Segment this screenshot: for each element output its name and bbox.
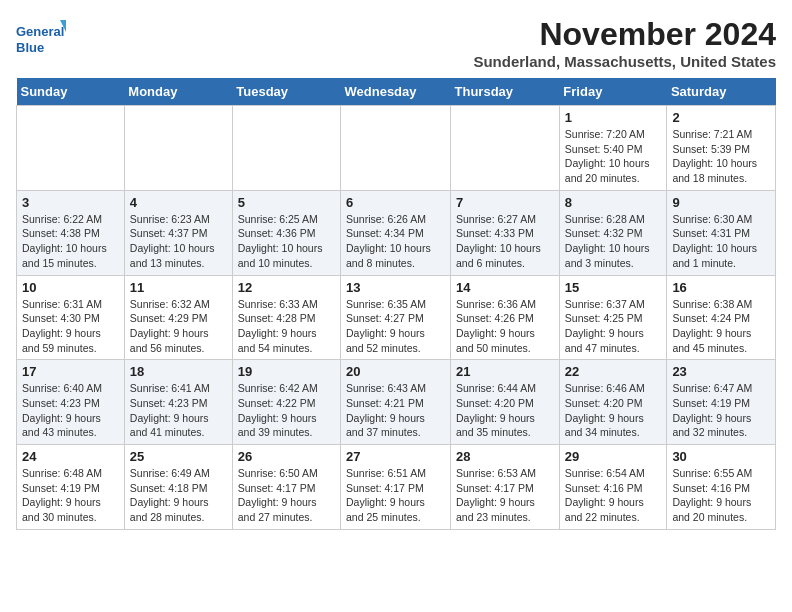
calendar-cell [17, 106, 125, 191]
day-number: 12 [238, 280, 335, 295]
day-info: Sunrise: 6:36 AM Sunset: 4:26 PM Dayligh… [456, 297, 554, 356]
title-area: November 2024 Sunderland, Massachusetts,… [473, 16, 776, 70]
calendar-cell: 23Sunrise: 6:47 AM Sunset: 4:19 PM Dayli… [667, 360, 776, 445]
day-info: Sunrise: 6:32 AM Sunset: 4:29 PM Dayligh… [130, 297, 227, 356]
day-number: 1 [565, 110, 662, 125]
calendar-cell [341, 106, 451, 191]
day-number: 8 [565, 195, 662, 210]
weekday-header-wednesday: Wednesday [341, 78, 451, 106]
day-info: Sunrise: 6:37 AM Sunset: 4:25 PM Dayligh… [565, 297, 662, 356]
calendar-week-1: 1Sunrise: 7:20 AM Sunset: 5:40 PM Daylig… [17, 106, 776, 191]
weekday-header-thursday: Thursday [451, 78, 560, 106]
day-info: Sunrise: 6:23 AM Sunset: 4:37 PM Dayligh… [130, 212, 227, 271]
calendar-cell: 6Sunrise: 6:26 AM Sunset: 4:34 PM Daylig… [341, 190, 451, 275]
calendar-cell: 29Sunrise: 6:54 AM Sunset: 4:16 PM Dayli… [559, 445, 667, 530]
calendar-cell: 14Sunrise: 6:36 AM Sunset: 4:26 PM Dayli… [451, 275, 560, 360]
calendar-week-5: 24Sunrise: 6:48 AM Sunset: 4:19 PM Dayli… [17, 445, 776, 530]
calendar-cell: 26Sunrise: 6:50 AM Sunset: 4:17 PM Dayli… [232, 445, 340, 530]
calendar-cell: 22Sunrise: 6:46 AM Sunset: 4:20 PM Dayli… [559, 360, 667, 445]
calendar-cell: 28Sunrise: 6:53 AM Sunset: 4:17 PM Dayli… [451, 445, 560, 530]
day-number: 14 [456, 280, 554, 295]
day-number: 29 [565, 449, 662, 464]
day-info: Sunrise: 6:49 AM Sunset: 4:18 PM Dayligh… [130, 466, 227, 525]
day-number: 25 [130, 449, 227, 464]
day-info: Sunrise: 6:22 AM Sunset: 4:38 PM Dayligh… [22, 212, 119, 271]
svg-text:General: General [16, 24, 64, 39]
calendar-cell: 19Sunrise: 6:42 AM Sunset: 4:22 PM Dayli… [232, 360, 340, 445]
calendar-week-3: 10Sunrise: 6:31 AM Sunset: 4:30 PM Dayli… [17, 275, 776, 360]
day-number: 20 [346, 364, 445, 379]
day-number: 27 [346, 449, 445, 464]
day-number: 24 [22, 449, 119, 464]
day-info: Sunrise: 6:41 AM Sunset: 4:23 PM Dayligh… [130, 381, 227, 440]
weekday-header-row: SundayMondayTuesdayWednesdayThursdayFrid… [17, 78, 776, 106]
calendar-cell: 17Sunrise: 6:40 AM Sunset: 4:23 PM Dayli… [17, 360, 125, 445]
day-number: 28 [456, 449, 554, 464]
day-info: Sunrise: 6:28 AM Sunset: 4:32 PM Dayligh… [565, 212, 662, 271]
weekday-header-monday: Monday [124, 78, 232, 106]
day-info: Sunrise: 6:47 AM Sunset: 4:19 PM Dayligh… [672, 381, 770, 440]
day-info: Sunrise: 6:27 AM Sunset: 4:33 PM Dayligh… [456, 212, 554, 271]
calendar-cell [232, 106, 340, 191]
day-info: Sunrise: 6:44 AM Sunset: 4:20 PM Dayligh… [456, 381, 554, 440]
day-number: 17 [22, 364, 119, 379]
calendar-cell: 24Sunrise: 6:48 AM Sunset: 4:19 PM Dayli… [17, 445, 125, 530]
day-number: 15 [565, 280, 662, 295]
day-info: Sunrise: 6:30 AM Sunset: 4:31 PM Dayligh… [672, 212, 770, 271]
calendar-cell: 9Sunrise: 6:30 AM Sunset: 4:31 PM Daylig… [667, 190, 776, 275]
calendar-cell: 27Sunrise: 6:51 AM Sunset: 4:17 PM Dayli… [341, 445, 451, 530]
day-info: Sunrise: 6:50 AM Sunset: 4:17 PM Dayligh… [238, 466, 335, 525]
calendar-cell: 5Sunrise: 6:25 AM Sunset: 4:36 PM Daylig… [232, 190, 340, 275]
day-number: 13 [346, 280, 445, 295]
weekday-header-friday: Friday [559, 78, 667, 106]
calendar-cell: 21Sunrise: 6:44 AM Sunset: 4:20 PM Dayli… [451, 360, 560, 445]
day-number: 6 [346, 195, 445, 210]
day-number: 30 [672, 449, 770, 464]
day-info: Sunrise: 6:25 AM Sunset: 4:36 PM Dayligh… [238, 212, 335, 271]
day-info: Sunrise: 6:54 AM Sunset: 4:16 PM Dayligh… [565, 466, 662, 525]
calendar-cell: 7Sunrise: 6:27 AM Sunset: 4:33 PM Daylig… [451, 190, 560, 275]
calendar-cell: 30Sunrise: 6:55 AM Sunset: 4:16 PM Dayli… [667, 445, 776, 530]
calendar-cell: 20Sunrise: 6:43 AM Sunset: 4:21 PM Dayli… [341, 360, 451, 445]
day-info: Sunrise: 6:40 AM Sunset: 4:23 PM Dayligh… [22, 381, 119, 440]
day-number: 3 [22, 195, 119, 210]
day-number: 23 [672, 364, 770, 379]
logo-svg: General Blue [16, 16, 66, 61]
day-number: 2 [672, 110, 770, 125]
day-number: 10 [22, 280, 119, 295]
calendar-cell: 18Sunrise: 6:41 AM Sunset: 4:23 PM Dayli… [124, 360, 232, 445]
month-title: November 2024 [473, 16, 776, 53]
day-number: 19 [238, 364, 335, 379]
calendar-cell: 10Sunrise: 6:31 AM Sunset: 4:30 PM Dayli… [17, 275, 125, 360]
day-info: Sunrise: 7:21 AM Sunset: 5:39 PM Dayligh… [672, 127, 770, 186]
day-info: Sunrise: 6:51 AM Sunset: 4:17 PM Dayligh… [346, 466, 445, 525]
day-info: Sunrise: 6:55 AM Sunset: 4:16 PM Dayligh… [672, 466, 770, 525]
calendar-cell: 1Sunrise: 7:20 AM Sunset: 5:40 PM Daylig… [559, 106, 667, 191]
day-number: 21 [456, 364, 554, 379]
calendar-week-2: 3Sunrise: 6:22 AM Sunset: 4:38 PM Daylig… [17, 190, 776, 275]
day-number: 4 [130, 195, 227, 210]
location-title: Sunderland, Massachusetts, United States [473, 53, 776, 70]
calendar-cell: 8Sunrise: 6:28 AM Sunset: 4:32 PM Daylig… [559, 190, 667, 275]
day-info: Sunrise: 6:26 AM Sunset: 4:34 PM Dayligh… [346, 212, 445, 271]
day-number: 7 [456, 195, 554, 210]
day-number: 11 [130, 280, 227, 295]
calendar-cell: 11Sunrise: 6:32 AM Sunset: 4:29 PM Dayli… [124, 275, 232, 360]
calendar-cell [451, 106, 560, 191]
calendar-cell: 4Sunrise: 6:23 AM Sunset: 4:37 PM Daylig… [124, 190, 232, 275]
calendar-cell: 13Sunrise: 6:35 AM Sunset: 4:27 PM Dayli… [341, 275, 451, 360]
weekday-header-tuesday: Tuesday [232, 78, 340, 106]
day-number: 9 [672, 195, 770, 210]
day-info: Sunrise: 6:33 AM Sunset: 4:28 PM Dayligh… [238, 297, 335, 356]
day-number: 5 [238, 195, 335, 210]
day-info: Sunrise: 6:48 AM Sunset: 4:19 PM Dayligh… [22, 466, 119, 525]
day-info: Sunrise: 6:42 AM Sunset: 4:22 PM Dayligh… [238, 381, 335, 440]
day-number: 22 [565, 364, 662, 379]
weekday-header-saturday: Saturday [667, 78, 776, 106]
day-info: Sunrise: 6:31 AM Sunset: 4:30 PM Dayligh… [22, 297, 119, 356]
day-number: 26 [238, 449, 335, 464]
day-info: Sunrise: 6:53 AM Sunset: 4:17 PM Dayligh… [456, 466, 554, 525]
calendar-cell: 3Sunrise: 6:22 AM Sunset: 4:38 PM Daylig… [17, 190, 125, 275]
calendar-cell: 12Sunrise: 6:33 AM Sunset: 4:28 PM Dayli… [232, 275, 340, 360]
calendar-cell: 25Sunrise: 6:49 AM Sunset: 4:18 PM Dayli… [124, 445, 232, 530]
